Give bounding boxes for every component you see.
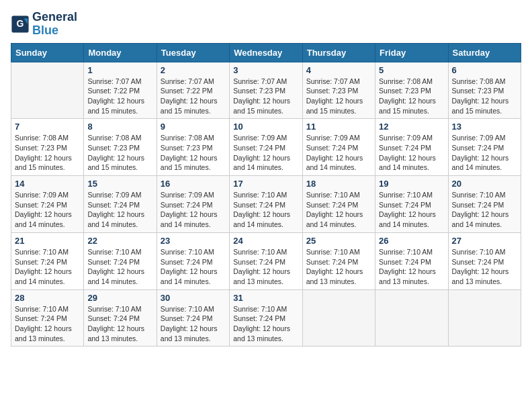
weekday-header-saturday: Saturday [448,43,521,62]
day-info: Sunrise: 7:10 AMSunset: 7:24 PMDaylight:… [379,247,444,287]
day-info: Sunrise: 7:07 AMSunset: 7:22 PMDaylight:… [161,77,226,116]
day-info: Sunrise: 7:09 AMSunset: 7:24 PMDaylight:… [161,190,226,230]
calendar-cell: 20Sunrise: 7:10 AMSunset: 7:24 PMDayligh… [448,176,521,233]
day-number: 6 [452,65,517,75]
day-info: Sunrise: 7:10 AMSunset: 7:24 PMDaylight:… [15,247,80,287]
calendar-cell: 21Sunrise: 7:10 AMSunset: 7:24 PMDayligh… [11,232,84,289]
day-number: 28 [15,293,80,303]
day-number: 18 [306,179,371,189]
calendar-cell: 3Sunrise: 7:07 AMSunset: 7:23 PMDaylight… [230,62,302,119]
weekday-header-tuesday: Tuesday [157,43,229,62]
day-number: 11 [306,122,371,132]
day-info: Sunrise: 7:08 AMSunset: 7:23 PMDaylight:… [379,77,444,116]
calendar-cell [448,289,521,347]
day-number: 5 [379,65,444,75]
calendar-cell: 28Sunrise: 7:10 AMSunset: 7:24 PMDayligh… [11,289,84,347]
day-info: Sunrise: 7:10 AMSunset: 7:24 PMDaylight:… [161,247,226,287]
calendar-cell: 6Sunrise: 7:08 AMSunset: 7:23 PMDaylight… [448,62,521,119]
calendar-cell: 10Sunrise: 7:09 AMSunset: 7:24 PMDayligh… [230,119,302,176]
day-number: 8 [87,122,152,132]
calendar-cell: 15Sunrise: 7:09 AMSunset: 7:24 PMDayligh… [84,176,157,233]
day-info: Sunrise: 7:10 AMSunset: 7:24 PMDaylight:… [87,247,152,287]
calendar-cell [375,289,448,347]
calendar-cell: 27Sunrise: 7:10 AMSunset: 7:24 PMDayligh… [448,232,521,289]
day-info: Sunrise: 7:10 AMSunset: 7:24 PMDaylight:… [452,247,517,287]
day-number: 2 [161,65,226,75]
day-info: Sunrise: 7:08 AMSunset: 7:23 PMDaylight:… [15,133,80,173]
day-info: Sunrise: 7:10 AMSunset: 7:24 PMDaylight:… [233,190,298,230]
calendar-cell: 9Sunrise: 7:08 AMSunset: 7:23 PMDaylight… [157,119,229,176]
calendar-week-2: 7Sunrise: 7:08 AMSunset: 7:23 PMDaylight… [11,119,521,176]
logo: G General Blue [11,11,77,38]
calendar-cell [302,289,375,347]
calendar-cell: 4Sunrise: 7:07 AMSunset: 7:23 PMDaylight… [302,62,375,119]
day-number: 19 [379,179,444,189]
day-number: 13 [452,122,517,132]
day-number: 20 [452,179,517,189]
calendar-cell: 24Sunrise: 7:10 AMSunset: 7:24 PMDayligh… [230,232,302,289]
calendar-cell: 11Sunrise: 7:09 AMSunset: 7:24 PMDayligh… [302,119,375,176]
calendar-cell: 17Sunrise: 7:10 AMSunset: 7:24 PMDayligh… [230,176,302,233]
day-info: Sunrise: 7:10 AMSunset: 7:24 PMDaylight:… [379,190,444,230]
day-number: 27 [452,236,517,246]
calendar-cell: 5Sunrise: 7:08 AMSunset: 7:23 PMDaylight… [375,62,448,119]
day-number: 16 [161,179,226,189]
day-info: Sunrise: 7:10 AMSunset: 7:24 PMDaylight:… [306,247,371,287]
day-info: Sunrise: 7:09 AMSunset: 7:24 PMDaylight:… [306,133,371,173]
day-info: Sunrise: 7:08 AMSunset: 7:23 PMDaylight:… [452,77,517,116]
day-info: Sunrise: 7:10 AMSunset: 7:24 PMDaylight:… [87,304,152,344]
day-info: Sunrise: 7:10 AMSunset: 7:24 PMDaylight:… [233,247,298,287]
weekday-header-friday: Friday [375,43,448,62]
weekday-header-thursday: Thursday [302,43,375,62]
day-number: 23 [161,236,226,246]
calendar-cell: 25Sunrise: 7:10 AMSunset: 7:24 PMDayligh… [302,232,375,289]
day-info: Sunrise: 7:09 AMSunset: 7:24 PMDaylight:… [233,133,298,173]
day-info: Sunrise: 7:09 AMSunset: 7:24 PMDaylight:… [87,190,152,230]
calendar-week-5: 28Sunrise: 7:10 AMSunset: 7:24 PMDayligh… [11,289,521,347]
calendar-cell: 2Sunrise: 7:07 AMSunset: 7:22 PMDaylight… [157,62,229,119]
calendar-week-1: 1Sunrise: 7:07 AMSunset: 7:22 PMDaylight… [11,62,521,119]
calendar-cell: 12Sunrise: 7:09 AMSunset: 7:24 PMDayligh… [375,119,448,176]
day-number: 3 [233,65,298,75]
calendar-cell: 13Sunrise: 7:09 AMSunset: 7:24 PMDayligh… [448,119,521,176]
calendar-week-3: 14Sunrise: 7:09 AMSunset: 7:24 PMDayligh… [11,176,521,233]
calendar-cell: 18Sunrise: 7:10 AMSunset: 7:24 PMDayligh… [302,176,375,233]
calendar-cell [11,62,84,119]
calendar-week-4: 21Sunrise: 7:10 AMSunset: 7:24 PMDayligh… [11,232,521,289]
calendar-cell: 8Sunrise: 7:08 AMSunset: 7:23 PMDaylight… [84,119,157,176]
weekday-header-monday: Monday [84,43,157,62]
day-info: Sunrise: 7:09 AMSunset: 7:24 PMDaylight:… [452,133,517,173]
day-number: 7 [15,122,80,132]
day-number: 17 [233,179,298,189]
calendar-cell: 22Sunrise: 7:10 AMSunset: 7:24 PMDayligh… [84,232,157,289]
day-info: Sunrise: 7:08 AMSunset: 7:23 PMDaylight:… [161,133,226,173]
day-number: 12 [379,122,444,132]
day-info: Sunrise: 7:07 AMSunset: 7:23 PMDaylight:… [233,77,298,116]
calendar-cell: 23Sunrise: 7:10 AMSunset: 7:24 PMDayligh… [157,232,229,289]
calendar-cell: 1Sunrise: 7:07 AMSunset: 7:22 PMDaylight… [84,62,157,119]
day-number: 25 [306,236,371,246]
day-number: 26 [379,236,444,246]
day-number: 9 [161,122,226,132]
calendar-cell: 14Sunrise: 7:09 AMSunset: 7:24 PMDayligh… [11,176,84,233]
day-info: Sunrise: 7:09 AMSunset: 7:24 PMDaylight:… [15,190,80,230]
day-number: 21 [15,236,80,246]
day-info: Sunrise: 7:10 AMSunset: 7:24 PMDaylight:… [306,190,371,230]
calendar-table: SundayMondayTuesdayWednesdayThursdayFrid… [11,43,521,347]
calendar-cell: 30Sunrise: 7:10 AMSunset: 7:24 PMDayligh… [157,289,229,347]
calendar-cell: 16Sunrise: 7:09 AMSunset: 7:24 PMDayligh… [157,176,229,233]
day-info: Sunrise: 7:10 AMSunset: 7:24 PMDaylight:… [233,304,298,344]
day-info: Sunrise: 7:08 AMSunset: 7:23 PMDaylight:… [87,133,152,173]
day-number: 24 [233,236,298,246]
calendar-cell: 31Sunrise: 7:10 AMSunset: 7:24 PMDayligh… [230,289,302,347]
day-info: Sunrise: 7:10 AMSunset: 7:24 PMDaylight:… [452,190,517,230]
calendar-cell: 7Sunrise: 7:08 AMSunset: 7:23 PMDaylight… [11,119,84,176]
logo-icon: G [11,15,30,34]
calendar-cell: 26Sunrise: 7:10 AMSunset: 7:24 PMDayligh… [375,232,448,289]
day-number: 14 [15,179,80,189]
day-info: Sunrise: 7:10 AMSunset: 7:24 PMDaylight:… [15,304,80,344]
logo-text: General Blue [32,11,77,38]
day-number: 22 [87,236,152,246]
day-number: 15 [87,179,152,189]
day-info: Sunrise: 7:10 AMSunset: 7:24 PMDaylight:… [161,304,226,344]
